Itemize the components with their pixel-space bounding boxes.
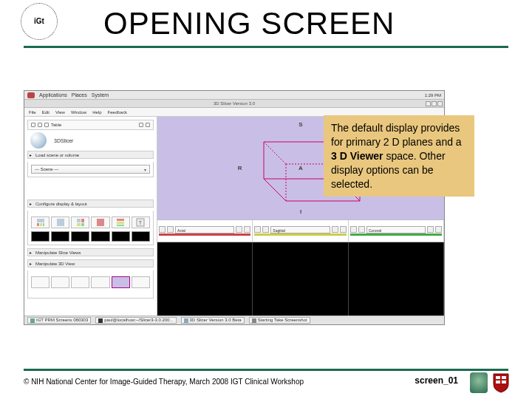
slice-control-axial: Axial [157, 220, 253, 242]
view-control[interactable] [132, 276, 150, 288]
footer-divider [24, 369, 508, 371]
view-thumb[interactable] [71, 231, 89, 242]
scene-dropdown-value: — Scene — [35, 167, 58, 171]
footer-logos [470, 372, 510, 393]
menu-feedback[interactable]: Feedback [108, 110, 127, 115]
menu-edit[interactable]: Edit [42, 110, 50, 115]
tool-icon[interactable] [146, 123, 150, 127]
annotation-callout: The default display provides for primary… [324, 115, 474, 197]
layout-option[interactable] [91, 216, 109, 228]
axis-label-r: R [238, 165, 242, 171]
menu-file[interactable]: File [29, 110, 36, 115]
view-control[interactable] [51, 276, 69, 288]
section-3d-view[interactable]: Manipulate 3D View [27, 259, 154, 267]
section-load-scene[interactable]: Load scene or volume [27, 151, 154, 159]
axis-label-a: A [299, 165, 303, 171]
scene-dropdown[interactable]: — Scene — [31, 165, 150, 174]
layout-selector-grid: T [31, 216, 150, 228]
slice-orient-dropdown[interactable]: Axial [175, 226, 234, 233]
panel-menu-apps[interactable]: Applications [39, 92, 67, 98]
terminal-icon [98, 318, 103, 323]
panel-menu-system[interactable]: System [92, 92, 109, 98]
slice-orient-dropdown[interactable]: Coronal [366, 226, 426, 233]
layout-option[interactable] [31, 216, 50, 228]
view-control[interactable] [91, 276, 109, 288]
window-maximize-button[interactable] [432, 101, 437, 106]
svg-rect-17 [496, 381, 500, 383]
view-control[interactable] [71, 276, 89, 288]
svg-rect-16 [502, 376, 506, 379]
view-thumb[interactable] [31, 231, 50, 242]
layout-option[interactable] [112, 216, 130, 228]
taskbar-button[interactable]: Starting Take Screenshot [249, 317, 310, 324]
menu-view[interactable]: View [55, 110, 65, 115]
window-title-text: 3D Slicer Version 3.0 [214, 101, 255, 106]
slice-view-axial[interactable] [157, 242, 253, 316]
slice-slider[interactable] [159, 233, 250, 236]
view-thumb[interactable] [51, 231, 69, 242]
slice-btn[interactable] [167, 226, 174, 233]
tool-icon[interactable] [31, 123, 35, 127]
view-thumb[interactable] [112, 231, 130, 242]
svg-rect-3 [43, 223, 44, 226]
slice-btn[interactable] [244, 226, 250, 233]
view-control[interactable] [31, 276, 50, 288]
window-close-button[interactable] [437, 101, 443, 106]
section-slice-views[interactable]: Manipulate Slice Views [27, 248, 154, 256]
section-configure-layout[interactable]: Configure display & layout [27, 200, 154, 208]
slice-btn[interactable] [435, 226, 442, 233]
title-divider [24, 46, 508, 48]
tool-icon[interactable] [139, 123, 143, 127]
slice-btn[interactable] [254, 226, 261, 233]
toolbar-row: Table [27, 120, 154, 130]
svg-rect-0 [37, 219, 44, 222]
slicer-icon [184, 318, 188, 323]
slice-view-coronal[interactable] [349, 242, 444, 316]
footer-copyright: © NIH National Center for Image-Guided T… [24, 378, 304, 386]
svg-rect-4 [57, 219, 64, 226]
slice-btn[interactable] [427, 226, 434, 233]
slice-btn[interactable] [350, 226, 357, 233]
window-titlebar: 3D Slicer Version 3.0 [24, 100, 444, 108]
taskbar-button[interactable]: IGT PRM Screens 080303 [27, 317, 91, 324]
svg-rect-2 [40, 223, 42, 226]
slice-orient-dropdown[interactable]: Sagittal [270, 226, 330, 233]
panel-menu-places[interactable]: Places [72, 92, 87, 98]
slice-btn[interactable] [358, 226, 365, 233]
slice-btn[interactable] [340, 226, 347, 233]
partner-logo-1 [470, 372, 488, 393]
footer-slide-label: screen_01 [415, 375, 458, 386]
svg-rect-9 [97, 219, 104, 226]
slide-title: OPENING SCREEN [103, 6, 395, 41]
panel-clock: 1:29 PM [425, 93, 441, 98]
slice-slider[interactable] [254, 233, 346, 236]
view-thumb[interactable] [132, 231, 150, 242]
menu-help[interactable]: Help [92, 110, 101, 115]
tool-icon[interactable] [44, 123, 49, 127]
svg-rect-5 [77, 219, 81, 222]
tool-icon[interactable] [38, 123, 42, 127]
app-icon [30, 318, 35, 323]
view-control[interactable] [112, 276, 130, 288]
menu-window[interactable]: Window [71, 110, 86, 115]
module-header: 3DSlicer [27, 133, 154, 148]
taskbar-button[interactable]: paul@localhost:~/Slicer3-3.0.200... [95, 317, 176, 324]
layout-option[interactable] [51, 216, 69, 228]
taskbar-button[interactable]: 3D Slicer Version 3.0 Beta [181, 317, 245, 324]
slice-btn[interactable] [262, 226, 269, 233]
slice-view-sagittal[interactable] [253, 242, 348, 316]
svg-text:T: T [139, 220, 143, 225]
slice-slider[interactable] [350, 233, 442, 236]
slice-control-sagittal: Sagittal [253, 220, 348, 242]
svg-rect-6 [81, 219, 84, 222]
slice-btn[interactable] [332, 226, 338, 233]
svg-rect-15 [496, 376, 500, 379]
window-minimize-button[interactable] [426, 101, 431, 106]
axis-label-s: S [299, 121, 302, 128]
layout-option[interactable]: T [132, 216, 150, 228]
layout-option[interactable] [71, 216, 89, 228]
slice-btn[interactable] [236, 226, 242, 233]
slice-panes-row [157, 242, 444, 316]
view-thumb[interactable] [91, 231, 109, 242]
slice-btn[interactable] [159, 226, 166, 233]
